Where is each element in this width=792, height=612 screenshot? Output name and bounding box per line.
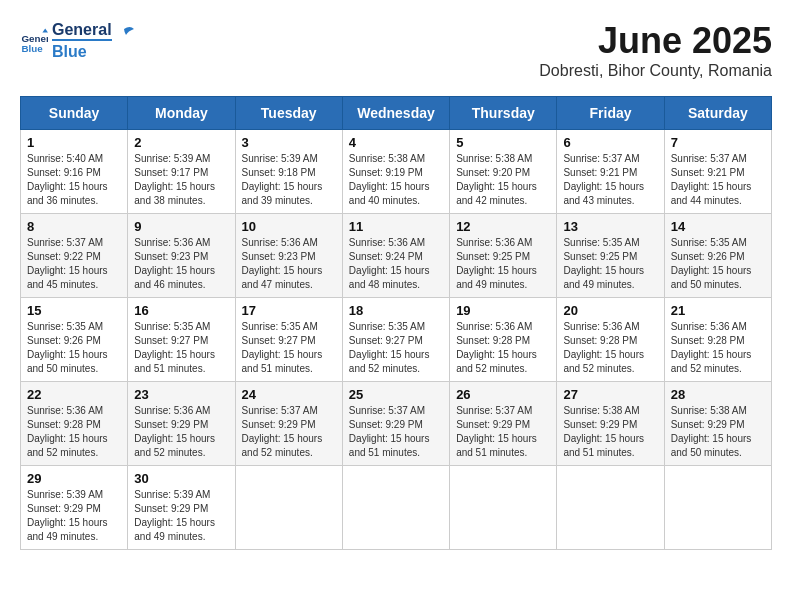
day-info: Sunrise: 5:38 AM Sunset: 9:29 PM Dayligh… xyxy=(563,404,657,460)
day-number: 6 xyxy=(563,135,657,150)
month-title: June 2025 xyxy=(539,20,772,62)
calendar-cell: 3 Sunrise: 5:39 AM Sunset: 9:18 PM Dayli… xyxy=(235,130,342,214)
calendar-cell: 14 Sunrise: 5:35 AM Sunset: 9:26 PM Dayl… xyxy=(664,214,771,298)
day-number: 2 xyxy=(134,135,228,150)
calendar-cell: 25 Sunrise: 5:37 AM Sunset: 9:29 PM Dayl… xyxy=(342,382,449,466)
day-number: 29 xyxy=(27,471,121,486)
calendar-cell: 27 Sunrise: 5:38 AM Sunset: 9:29 PM Dayl… xyxy=(557,382,664,466)
day-info: Sunrise: 5:37 AM Sunset: 9:21 PM Dayligh… xyxy=(563,152,657,208)
calendar-cell: 19 Sunrise: 5:36 AM Sunset: 9:28 PM Dayl… xyxy=(450,298,557,382)
day-number: 13 xyxy=(563,219,657,234)
title-section: June 2025 Dobresti, Bihor County, Romani… xyxy=(539,20,772,80)
day-info: Sunrise: 5:38 AM Sunset: 9:20 PM Dayligh… xyxy=(456,152,550,208)
day-number: 25 xyxy=(349,387,443,402)
calendar-cell: 24 Sunrise: 5:37 AM Sunset: 9:29 PM Dayl… xyxy=(235,382,342,466)
day-info: Sunrise: 5:36 AM Sunset: 9:28 PM Dayligh… xyxy=(671,320,765,376)
day-info: Sunrise: 5:39 AM Sunset: 9:18 PM Dayligh… xyxy=(242,152,336,208)
day-number: 16 xyxy=(134,303,228,318)
day-info: Sunrise: 5:37 AM Sunset: 9:29 PM Dayligh… xyxy=(349,404,443,460)
calendar-cell: 17 Sunrise: 5:35 AM Sunset: 9:27 PM Dayl… xyxy=(235,298,342,382)
day-info: Sunrise: 5:36 AM Sunset: 9:28 PM Dayligh… xyxy=(27,404,121,460)
calendar-cell: 2 Sunrise: 5:39 AM Sunset: 9:17 PM Dayli… xyxy=(128,130,235,214)
weekday-header-sunday: Sunday xyxy=(21,97,128,130)
logo-text-block: General Blue xyxy=(52,20,112,61)
calendar-cell: 8 Sunrise: 5:37 AM Sunset: 9:22 PM Dayli… xyxy=(21,214,128,298)
calendar-cell: 20 Sunrise: 5:36 AM Sunset: 9:28 PM Dayl… xyxy=(557,298,664,382)
weekday-header-monday: Monday xyxy=(128,97,235,130)
day-info: Sunrise: 5:36 AM Sunset: 9:28 PM Dayligh… xyxy=(456,320,550,376)
calendar-cell: 6 Sunrise: 5:37 AM Sunset: 9:21 PM Dayli… xyxy=(557,130,664,214)
day-info: Sunrise: 5:35 AM Sunset: 9:27 PM Dayligh… xyxy=(134,320,228,376)
day-info: Sunrise: 5:35 AM Sunset: 9:27 PM Dayligh… xyxy=(242,320,336,376)
logo-icon: General Blue xyxy=(20,27,48,55)
day-info: Sunrise: 5:36 AM Sunset: 9:25 PM Dayligh… xyxy=(456,236,550,292)
day-info: Sunrise: 5:37 AM Sunset: 9:22 PM Dayligh… xyxy=(27,236,121,292)
day-number: 24 xyxy=(242,387,336,402)
calendar-cell: 13 Sunrise: 5:35 AM Sunset: 9:25 PM Dayl… xyxy=(557,214,664,298)
weekday-header-row: SundayMondayTuesdayWednesdayThursdayFrid… xyxy=(21,97,772,130)
day-number: 1 xyxy=(27,135,121,150)
svg-text:Blue: Blue xyxy=(21,43,43,54)
day-info: Sunrise: 5:37 AM Sunset: 9:21 PM Dayligh… xyxy=(671,152,765,208)
day-number: 26 xyxy=(456,387,550,402)
weekday-header-thursday: Thursday xyxy=(450,97,557,130)
calendar-cell: 21 Sunrise: 5:36 AM Sunset: 9:28 PM Dayl… xyxy=(664,298,771,382)
calendar-week-row-2: 8 Sunrise: 5:37 AM Sunset: 9:22 PM Dayli… xyxy=(21,214,772,298)
calendar-cell: 23 Sunrise: 5:36 AM Sunset: 9:29 PM Dayl… xyxy=(128,382,235,466)
logo-blue: Blue xyxy=(52,39,112,61)
calendar-cell: 28 Sunrise: 5:38 AM Sunset: 9:29 PM Dayl… xyxy=(664,382,771,466)
calendar-cell: 16 Sunrise: 5:35 AM Sunset: 9:27 PM Dayl… xyxy=(128,298,235,382)
calendar-cell: 15 Sunrise: 5:35 AM Sunset: 9:26 PM Dayl… xyxy=(21,298,128,382)
weekday-header-tuesday: Tuesday xyxy=(235,97,342,130)
top-bar: General Blue General Blue June 2025 Dobr… xyxy=(20,20,772,88)
day-number: 4 xyxy=(349,135,443,150)
day-info: Sunrise: 5:39 AM Sunset: 9:29 PM Dayligh… xyxy=(134,488,228,544)
calendar-week-row-3: 15 Sunrise: 5:35 AM Sunset: 9:26 PM Dayl… xyxy=(21,298,772,382)
day-number: 23 xyxy=(134,387,228,402)
day-number: 10 xyxy=(242,219,336,234)
location-title: Dobresti, Bihor County, Romania xyxy=(539,62,772,80)
day-info: Sunrise: 5:37 AM Sunset: 9:29 PM Dayligh… xyxy=(242,404,336,460)
day-info: Sunrise: 5:35 AM Sunset: 9:27 PM Dayligh… xyxy=(349,320,443,376)
day-info: Sunrise: 5:36 AM Sunset: 9:23 PM Dayligh… xyxy=(242,236,336,292)
calendar-week-row-4: 22 Sunrise: 5:36 AM Sunset: 9:28 PM Dayl… xyxy=(21,382,772,466)
day-info: Sunrise: 5:36 AM Sunset: 9:28 PM Dayligh… xyxy=(563,320,657,376)
day-number: 19 xyxy=(456,303,550,318)
day-info: Sunrise: 5:38 AM Sunset: 9:29 PM Dayligh… xyxy=(671,404,765,460)
day-number: 28 xyxy=(671,387,765,402)
calendar-table: SundayMondayTuesdayWednesdayThursdayFrid… xyxy=(20,96,772,550)
day-info: Sunrise: 5:37 AM Sunset: 9:29 PM Dayligh… xyxy=(456,404,550,460)
calendar-cell xyxy=(664,466,771,550)
day-number: 27 xyxy=(563,387,657,402)
calendar-cell: 12 Sunrise: 5:36 AM Sunset: 9:25 PM Dayl… xyxy=(450,214,557,298)
day-info: Sunrise: 5:39 AM Sunset: 9:17 PM Dayligh… xyxy=(134,152,228,208)
calendar-week-row-5: 29 Sunrise: 5:39 AM Sunset: 9:29 PM Dayl… xyxy=(21,466,772,550)
day-info: Sunrise: 5:35 AM Sunset: 9:25 PM Dayligh… xyxy=(563,236,657,292)
calendar-cell: 10 Sunrise: 5:36 AM Sunset: 9:23 PM Dayl… xyxy=(235,214,342,298)
calendar-cell: 29 Sunrise: 5:39 AM Sunset: 9:29 PM Dayl… xyxy=(21,466,128,550)
day-number: 17 xyxy=(242,303,336,318)
day-info: Sunrise: 5:36 AM Sunset: 9:23 PM Dayligh… xyxy=(134,236,228,292)
day-number: 14 xyxy=(671,219,765,234)
day-info: Sunrise: 5:36 AM Sunset: 9:29 PM Dayligh… xyxy=(134,404,228,460)
day-number: 3 xyxy=(242,135,336,150)
day-number: 15 xyxy=(27,303,121,318)
day-number: 21 xyxy=(671,303,765,318)
calendar-cell: 7 Sunrise: 5:37 AM Sunset: 9:21 PM Dayli… xyxy=(664,130,771,214)
day-number: 20 xyxy=(563,303,657,318)
logo: General Blue General Blue xyxy=(20,20,136,61)
calendar-cell: 9 Sunrise: 5:36 AM Sunset: 9:23 PM Dayli… xyxy=(128,214,235,298)
calendar-cell: 18 Sunrise: 5:35 AM Sunset: 9:27 PM Dayl… xyxy=(342,298,449,382)
weekday-header-friday: Friday xyxy=(557,97,664,130)
calendar-week-row-1: 1 Sunrise: 5:40 AM Sunset: 9:16 PM Dayli… xyxy=(21,130,772,214)
calendar-cell xyxy=(342,466,449,550)
calendar-cell: 1 Sunrise: 5:40 AM Sunset: 9:16 PM Dayli… xyxy=(21,130,128,214)
day-info: Sunrise: 5:35 AM Sunset: 9:26 PM Dayligh… xyxy=(671,236,765,292)
day-number: 30 xyxy=(134,471,228,486)
day-number: 11 xyxy=(349,219,443,234)
svg-marker-2 xyxy=(42,28,48,32)
day-info: Sunrise: 5:36 AM Sunset: 9:24 PM Dayligh… xyxy=(349,236,443,292)
day-number: 8 xyxy=(27,219,121,234)
calendar-cell: 4 Sunrise: 5:38 AM Sunset: 9:19 PM Dayli… xyxy=(342,130,449,214)
calendar-cell: 22 Sunrise: 5:36 AM Sunset: 9:28 PM Dayl… xyxy=(21,382,128,466)
